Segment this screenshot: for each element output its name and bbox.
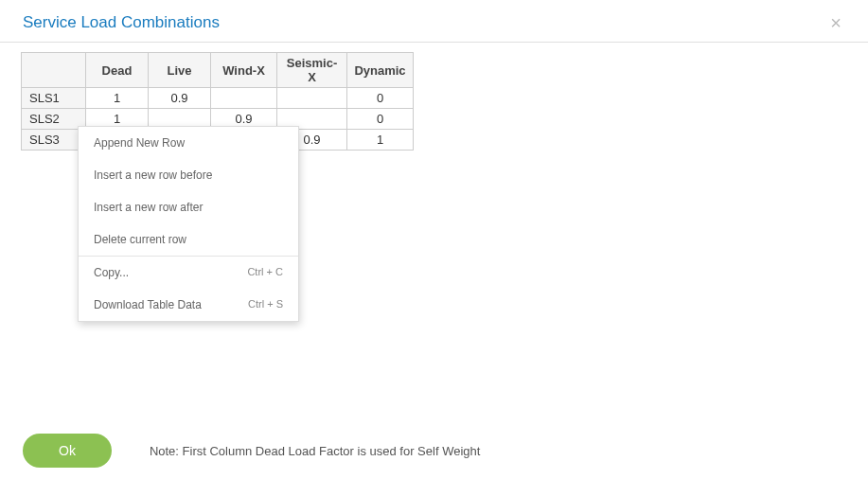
menu-label: Append New Row [94, 136, 185, 150]
menu-label: Insert a new row after [94, 201, 203, 214]
menu-label: Copy... [94, 266, 129, 279]
col-header-seismicx[interactable]: Seismic-X [277, 53, 347, 88]
cell[interactable]: 0 [347, 88, 414, 109]
row-label[interactable]: SLS3 [22, 130, 86, 151]
cell[interactable]: 1 [86, 88, 149, 109]
menu-shortcut: Ctrl + C [247, 266, 283, 279]
table-corner-cell [22, 53, 86, 88]
menu-shortcut: Ctrl + S [248, 298, 283, 311]
row-label[interactable]: SLS2 [22, 109, 86, 130]
table-row[interactable]: SLS1 1 0.9 0 [22, 88, 414, 109]
menu-copy[interactable]: Copy... Ctrl + C [79, 257, 298, 289]
cell[interactable] [211, 88, 277, 109]
dialog-content: Dead Live Wind-X Seismic-X Dynamic SLS1 … [0, 43, 868, 151]
cell[interactable]: 0 [347, 109, 414, 130]
menu-insert-before[interactable]: Insert a new row before [79, 159, 298, 191]
menu-download-table[interactable]: Download Table Data Ctrl + S [79, 289, 298, 321]
col-header-live[interactable]: Live [149, 53, 211, 88]
menu-insert-after[interactable]: Insert a new row after [79, 191, 298, 223]
menu-append-row[interactable]: Append New Row [79, 127, 298, 159]
row-label[interactable]: SLS1 [22, 88, 86, 109]
dialog-title: Service Load Combinations [23, 13, 220, 32]
col-header-dynamic[interactable]: Dynamic [347, 53, 414, 88]
dialog-footer: Ok Note: First Column Dead Load Factor i… [0, 434, 868, 468]
cell[interactable] [277, 88, 347, 109]
menu-delete-row[interactable]: Delete current row [79, 223, 298, 256]
ok-button[interactable]: Ok [23, 434, 112, 468]
cell[interactable]: 0.9 [149, 88, 211, 109]
col-header-windx[interactable]: Wind-X [211, 53, 277, 88]
footer-note: Note: First Column Dead Load Factor is u… [150, 444, 480, 458]
dialog-header: Service Load Combinations × [0, 0, 868, 43]
col-header-dead[interactable]: Dead [86, 53, 149, 88]
close-icon[interactable]: × [826, 13, 845, 32]
menu-label: Download Table Data [94, 298, 202, 311]
menu-label: Insert a new row before [94, 169, 212, 182]
menu-label: Delete current row [94, 233, 186, 246]
cell[interactable]: 1 [347, 130, 414, 151]
context-menu: Append New Row Insert a new row before I… [78, 126, 299, 322]
